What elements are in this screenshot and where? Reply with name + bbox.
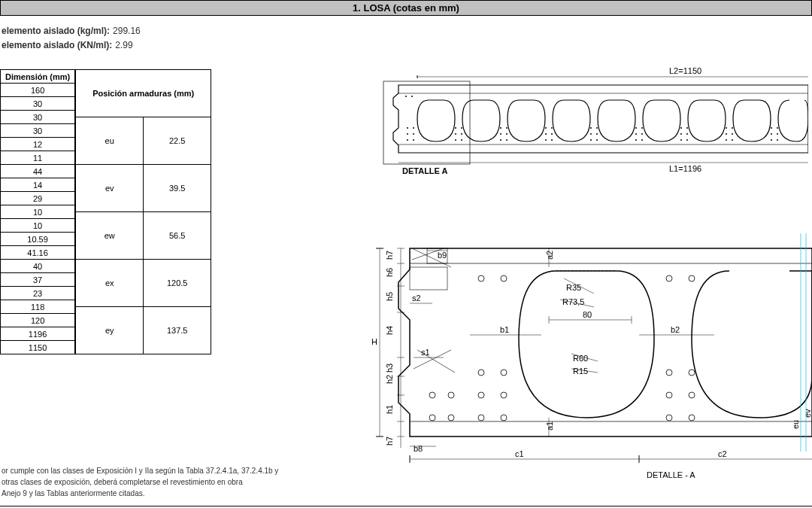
dim-cell: 10 (1, 219, 75, 233)
svg-point-30 (590, 139, 592, 141)
dim-cell: 37 (1, 273, 75, 287)
dim-cell: 118 (1, 300, 75, 314)
r15-label: R15 (573, 367, 588, 376)
svg-point-98 (501, 370, 507, 376)
svg-point-106 (501, 415, 507, 421)
h6-label: h6 (385, 268, 394, 277)
svg-point-93 (478, 275, 484, 281)
pos-header: Posición armaduras (mm) (76, 70, 211, 117)
pos-key: eu (76, 117, 144, 165)
tables-area: Dimensión (mm) 160 30 30 30 12 11 44 14 … (0, 69, 211, 354)
svg-point-22 (500, 127, 501, 129)
pos-key: ey (76, 307, 144, 354)
svg-point-101 (478, 392, 484, 398)
detail-a-drawing: R35 R73,5 R60 R15 80 b1 b2 a2 a1 H h7 h6… (368, 226, 812, 482)
dim-header: Dimensión (mm) (1, 70, 75, 84)
svg-point-39 (641, 133, 643, 135)
svg-point-23 (506, 127, 508, 129)
ev-label: ev (803, 409, 812, 418)
c1-label: c1 (515, 449, 524, 458)
svg-point-20 (500, 133, 501, 135)
footnotes: or cumple con las clases de Exposición I… (2, 465, 278, 499)
eu-label: eu (791, 420, 800, 429)
svg-point-52 (726, 127, 727, 129)
svg-point-50 (726, 133, 727, 135)
svg-point-94 (501, 275, 507, 281)
svg-point-26 (545, 133, 547, 135)
dim-cell: 160 (1, 84, 75, 97)
r35-label: R35 (566, 283, 581, 292)
svg-point-46 (680, 127, 682, 129)
s1-label: s1 (421, 348, 430, 357)
b2-label: b2 (671, 325, 680, 334)
svg-point-48 (726, 139, 727, 141)
svg-point-8 (407, 133, 408, 135)
section-overview-drawing: L2=1150 (376, 66, 808, 179)
svg-point-9 (413, 133, 414, 135)
dim-cell: 41.16 (1, 246, 75, 260)
dim-cell: 30 (1, 97, 75, 111)
svg-point-27 (551, 133, 553, 135)
detalle-a-label: DETALLE A (402, 166, 448, 175)
dim-cell: 1150 (1, 341, 75, 354)
info-label-1: elemento aislado (kg/ml): (2, 24, 110, 38)
svg-point-96 (689, 275, 695, 281)
pos-key: ex (76, 260, 144, 307)
svg-point-4 (405, 96, 407, 97)
svg-point-40 (635, 127, 637, 129)
svg-point-5 (411, 96, 413, 97)
a2-label: a2 (545, 251, 554, 260)
svg-point-41 (641, 127, 643, 129)
bottom-frame-line (0, 506, 812, 506)
svg-point-12 (455, 139, 456, 141)
svg-point-7 (413, 139, 414, 141)
dim-cell: 23 (1, 287, 75, 300)
svg-point-31 (596, 139, 598, 141)
svg-point-38 (635, 133, 637, 135)
dim-cell: 11 (1, 151, 75, 165)
svg-point-103 (666, 392, 672, 398)
svg-rect-60 (383, 81, 470, 164)
note-line: Anejo 9 y las Tablas anteriormente citad… (2, 488, 278, 499)
svg-point-44 (680, 133, 682, 135)
svg-point-57 (777, 133, 778, 135)
note-line: or cumple con las clases de Exposición I… (2, 465, 278, 476)
a1-label: a1 (545, 421, 554, 430)
svg-point-105 (478, 415, 484, 421)
svg-point-53 (732, 127, 733, 129)
pos-key: ev (76, 165, 144, 212)
dim-cell: 29 (1, 192, 75, 205)
svg-point-6 (407, 139, 408, 141)
note-line: otras clases de exposición, deberá compl… (2, 476, 278, 488)
pos-val: 120.5 (144, 260, 211, 307)
dim-cell: 1196 (1, 327, 75, 341)
svg-point-32 (590, 133, 592, 135)
svg-point-56 (771, 133, 772, 135)
svg-point-95 (666, 275, 672, 281)
info-value-1: 299.16 (113, 24, 141, 38)
svg-point-109 (429, 415, 435, 421)
info-label-2: elemento aislado (KN/ml): (2, 38, 112, 53)
svg-point-55 (777, 139, 778, 141)
svg-point-10 (407, 127, 408, 129)
svg-point-29 (551, 127, 553, 129)
dim-cell: 10 (1, 205, 75, 219)
svg-point-58 (771, 127, 772, 129)
pos-val: 22.5 (144, 117, 211, 165)
pos-val: 39.5 (144, 165, 211, 212)
svg-point-104 (689, 392, 695, 398)
svg-point-51 (732, 133, 733, 135)
h7-label: h7 (385, 251, 394, 260)
pos-val: 137.5 (144, 307, 211, 354)
svg-point-110 (448, 415, 454, 421)
svg-point-107 (666, 415, 672, 421)
b9-label: b9 (438, 251, 447, 260)
svg-point-37 (641, 139, 643, 141)
b1-label: b1 (500, 325, 509, 334)
section-header: 1. LOSA (cotas en mm) (0, 0, 812, 16)
svg-point-108 (689, 415, 695, 421)
svg-point-112 (448, 392, 454, 398)
dim-cell: 14 (1, 178, 75, 192)
svg-point-102 (501, 392, 507, 398)
svg-point-14 (455, 133, 456, 135)
